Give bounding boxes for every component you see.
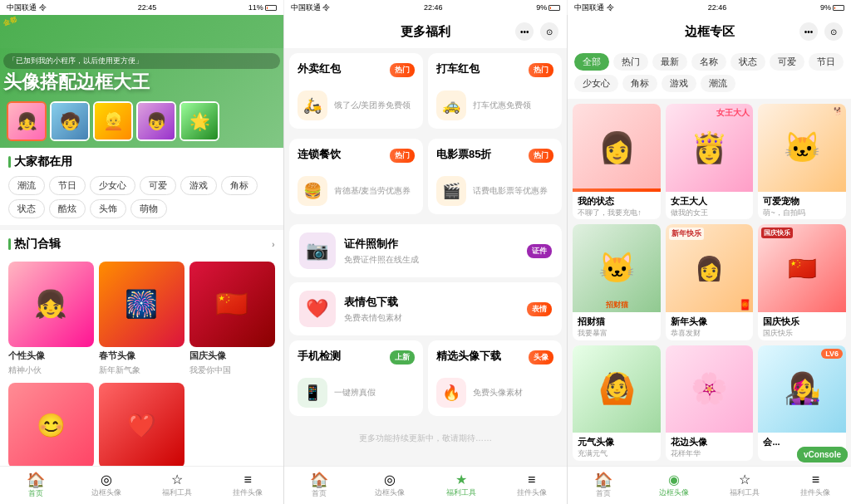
hot-item-3[interactable]: 🇨🇳 国庆头像 我爱你中国 xyxy=(189,262,275,376)
tag-keai[interactable]: 可爱 xyxy=(140,176,176,195)
nav2-pendant[interactable]: ≡ 挂件头像 xyxy=(496,471,567,501)
frame-thumb-1: 👩 xyxy=(573,104,661,192)
benefit-takeout-desc: 饿了么/美团券免费领 xyxy=(334,100,411,111)
tag-toushi[interactable]: 头饰 xyxy=(90,199,126,218)
battery-1: 11% xyxy=(248,3,277,12)
hot-item-1-label: 个性头像 xyxy=(8,350,94,362)
panel3-share-icon[interactable]: ⊙ xyxy=(824,22,843,41)
frame-name-1: 我的状态 xyxy=(578,195,656,208)
nav2-welfare-label: 福利工具 xyxy=(446,487,476,498)
benefit-taxi-icon: 🚕 xyxy=(436,91,466,120)
filter-badge[interactable]: 角标 xyxy=(622,75,657,92)
filter-name[interactable]: 名称 xyxy=(691,53,726,71)
tag-kuzhao[interactable]: 酷炫 xyxy=(49,199,86,218)
welfare-icon-2: ★ xyxy=(455,473,467,487)
panel2-more-icon[interactable]: ••• xyxy=(515,22,534,41)
status-bar-2: 中国联通 令 22:46 9% xyxy=(284,0,568,15)
hot-item-2-label: 春节头像 xyxy=(99,350,184,362)
panel2-header-icons: ••• ⊙ xyxy=(515,22,558,41)
panel3-more-icon[interactable]: ••• xyxy=(799,22,818,41)
nav3-home[interactable]: 🏠 首页 xyxy=(568,470,638,502)
benefit-emoji[interactable]: ❤️ 表情包下载 免费表情包素材 表情 xyxy=(289,282,563,335)
frame-card-7[interactable]: 🙆 元气头像 充满元气 xyxy=(573,345,661,461)
filter-game[interactable]: 游戏 xyxy=(662,75,696,92)
frame-lv-badge: LV6 xyxy=(821,349,843,359)
frame-icon-2: ◎ xyxy=(384,473,396,487)
nav2-home-label: 首页 xyxy=(312,488,327,499)
nav1-welfare-label: 福利工具 xyxy=(162,487,192,498)
benefit-restaurant[interactable]: 连锁餐饮 热门 🍔 肯德基/麦当劳优惠券 xyxy=(289,139,423,214)
nav3-welfare-label: 福利工具 xyxy=(730,487,760,498)
benefit-phone[interactable]: 手机检测 上新 📱 一键辨真假 xyxy=(289,340,423,416)
popular-tags[interactable]: 潮流 节日 少女心 可爱 游戏 角标 状态 酷炫 头饰 萌物 xyxy=(8,176,275,218)
filter-festival[interactable]: 节日 xyxy=(809,53,844,71)
filter-hot[interactable]: 热门 xyxy=(613,53,648,71)
benefit-takeout-icon: 🛵 xyxy=(298,91,327,120)
benefit-movie-icon: 🎬 xyxy=(436,176,466,206)
hot-item-5[interactable]: ❤️ xyxy=(99,383,184,466)
tag-chaoliu[interactable]: 潮流 xyxy=(8,176,45,195)
tag-shaonvxin[interactable]: 少女心 xyxy=(90,176,135,195)
benefit-takeout-title: 外卖红包 xyxy=(298,61,341,76)
frame-card-5[interactable]: 👩 新年快乐 🧧 新年头像 恭喜发财 xyxy=(666,224,754,340)
filter-all[interactable]: 全部 xyxy=(574,53,609,71)
benefit-phone-title: 手机检测 xyxy=(298,349,341,364)
hot-item-2[interactable]: 🎆 春节头像 新年新气象 xyxy=(99,262,184,376)
frame-card-6[interactable]: 🇨🇳 国庆快乐 国庆快乐 国庆快乐 xyxy=(758,224,846,340)
nav1-welfare[interactable]: ☆ 福利工具 xyxy=(141,471,212,501)
panel2-share-icon[interactable]: ⊙ xyxy=(540,22,558,41)
banner-avatar-4: 👦 xyxy=(136,101,176,141)
nav1-frame[interactable]: ◎ 边框头像 xyxy=(71,471,141,501)
nav3-frame-label: 边框头像 xyxy=(659,487,689,498)
frame-thumb-3: 🐱 🐕 xyxy=(758,104,846,192)
frame-card-8[interactable]: 🌸 花边头像 花样年华 xyxy=(666,345,754,461)
hot-item-4[interactable]: 😊 xyxy=(8,383,94,466)
vconsole-btn-3[interactable]: vConsole xyxy=(797,447,848,462)
benefit-taxi[interactable]: 打车红包 热门 🚕 打车优惠免费领 xyxy=(428,53,562,129)
nav2-frame[interactable]: ◎ 边框头像 xyxy=(355,471,426,501)
panel-frame: 边框专区 ••• ⊙ 全部 热门 最新 名称 状态 可爱 节日 少女心 角标 游… xyxy=(568,15,851,504)
frame-sub-3: 萌~，自拍吗 xyxy=(763,208,841,218)
filter-girly[interactable]: 少女心 xyxy=(574,75,618,92)
nav1-home[interactable]: 🏠 首页 xyxy=(0,470,71,502)
hot-item-1[interactable]: 👧 个性头像 精神小伙 xyxy=(8,262,94,376)
frame-card-1[interactable]: 👩 我的状态 不聊了，我要充电↑ xyxy=(573,104,661,219)
benefit-movie-title: 电影票85折 xyxy=(436,147,491,162)
nav2-home[interactable]: 🏠 首页 xyxy=(284,470,355,502)
tag-jiaobiao[interactable]: 角标 xyxy=(221,176,258,195)
benefit-phone-badge: 上新 xyxy=(390,350,415,365)
benefit-idphoto-content: 证件照制作 免费证件照在线生成 xyxy=(344,237,519,266)
frame-card-9[interactable]: 👩‍🎤 LV6 会... xyxy=(758,345,846,461)
tag-mengwu[interactable]: 萌物 xyxy=(130,199,167,218)
nav1-pendant[interactable]: ≡ 挂件头像 xyxy=(213,471,283,501)
frame-icon-3: ◉ xyxy=(668,473,680,487)
nav3-welfare[interactable]: ☆ 福利工具 xyxy=(710,471,780,501)
tag-jieri[interactable]: 节日 xyxy=(49,176,86,195)
frame-card-4[interactable]: 🐱 招财猫 招财猫 我要暴富 xyxy=(573,224,661,340)
hot-more[interactable]: › xyxy=(272,239,275,249)
nav2-pendant-label: 挂件头像 xyxy=(517,487,547,498)
benefit-takeout[interactable]: 外卖红包 热门 🛵 饿了么/美团券免费领 xyxy=(289,53,423,129)
frame-card-3[interactable]: 🐱 🐕 可爱宠物 萌~，自拍吗 xyxy=(758,104,846,219)
filter-new[interactable]: 最新 xyxy=(652,53,687,71)
panel2-header: 更多福利 ••• ⊙ xyxy=(284,15,568,48)
banner-avatar-1: 👧 xyxy=(7,101,47,141)
hot-title: 热门合辑 › xyxy=(8,237,275,252)
benefit-idphoto[interactable]: 📷 证件照制作 免费证件照在线生成 证件 xyxy=(289,224,563,277)
filter-status[interactable]: 状态 xyxy=(730,53,765,71)
time-1: 22:45 xyxy=(138,3,157,12)
filter-trend[interactable]: 潮流 xyxy=(701,75,735,92)
benefit-movie[interactable]: 电影票85折 热门 🎬 话费电影票等优惠券 xyxy=(428,139,562,214)
home-icon-2: 🏠 xyxy=(310,472,328,487)
frame-card-2[interactable]: 👸 女王大人 女王大人 做我的女王 xyxy=(666,104,754,219)
frame-sub-7: 充满元气 xyxy=(578,448,656,459)
nav3-frame[interactable]: ◉ 边框头像 xyxy=(639,471,710,501)
benefit-avatar-dl[interactable]: 精选头像下载 头像 🔥 免费头像素材 xyxy=(428,340,562,416)
home-icon: 🏠 xyxy=(27,472,45,487)
tag-zhuangtai[interactable]: 状态 xyxy=(8,199,45,218)
filter-cute[interactable]: 可爱 xyxy=(770,53,804,71)
nav2-welfare[interactable]: ★ 福利工具 xyxy=(426,471,496,501)
nav3-pendant[interactable]: ≡ 挂件头像 xyxy=(780,471,851,501)
tag-youxi[interactable]: 游戏 xyxy=(180,176,217,195)
time-3: 22:46 xyxy=(708,3,727,12)
